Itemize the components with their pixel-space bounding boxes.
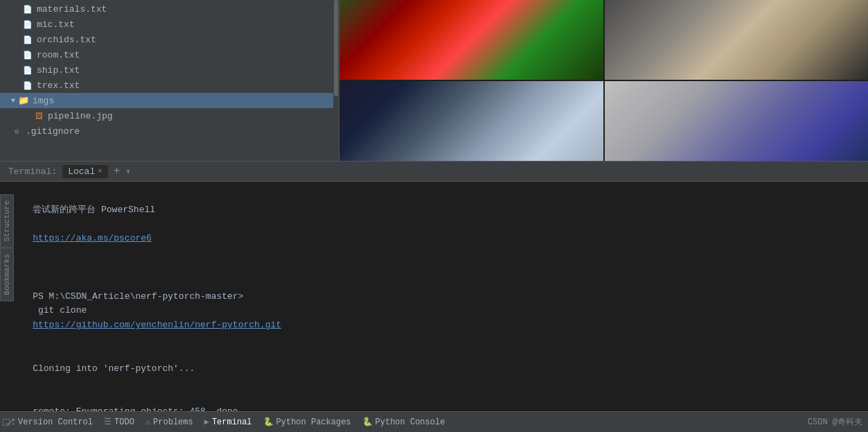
version-control-button[interactable]: ⎇ Version Control: [6, 417, 93, 427]
file-gitignore[interactable]: ⚙ .gitignore: [0, 123, 339, 139]
file-name: trex.txt: [37, 80, 80, 91]
image-flowers: [339, 0, 603, 80]
python-packages-label: Python Packages: [276, 417, 351, 427]
problems-icon: ⚠: [145, 417, 150, 427]
folder-icon: 📁: [18, 95, 29, 106]
bottom-left-icon[interactable]: □: [3, 417, 10, 429]
file-name: .gitignore: [26, 126, 80, 137]
branding-label: CSDN @奇科夫: [808, 416, 862, 428]
folder-imgs[interactable]: ▼ 📁 imgs: [0, 93, 339, 108]
new-terminal-button[interactable]: +: [114, 165, 121, 178]
file-name: orchids.txt: [37, 35, 96, 45]
file-name: mic.txt: [37, 19, 75, 30]
file-sidebar: 📄 materials.txt 📄 mic.txt 📄 orchids.txt …: [0, 0, 339, 161]
python-console-icon: 🐍: [362, 417, 373, 427]
todo-button[interactable]: ☰ TODO: [104, 417, 134, 427]
image-skeleton: [605, 0, 869, 80]
tab-close-button[interactable]: ×: [98, 167, 103, 175]
txt-icon: 📄: [22, 64, 33, 76]
problems-label: Problems: [153, 417, 193, 427]
file-ship[interactable]: 📄 ship.txt: [0, 62, 339, 78]
git-icon: ⚙: [11, 126, 22, 137]
folder-chevron: ▼: [11, 97, 15, 105]
file-name: room.txt: [37, 50, 80, 60]
image-grid: [339, 0, 868, 161]
folder-name: imgs: [33, 96, 54, 106]
python-packages-button[interactable]: 🐍 Python Packages: [263, 417, 351, 427]
file-mic[interactable]: 📄 mic.txt: [0, 17, 339, 32]
version-control-label: Version Control: [18, 417, 93, 427]
terminal-tab-local[interactable]: Local ×: [62, 165, 108, 178]
git-clone-line: PS M:\CSDN_Article\nerf-pytorch-master> …: [11, 275, 857, 347]
powershell-notice: 尝试新的跨平台 PowerShell https://aka.ms/pscore…: [11, 189, 857, 261]
file-name: pipeline.jpg: [48, 111, 113, 121]
clone-into-text: Cloning into 'nerf-pytorch'...: [33, 363, 195, 374]
sidebar-scrollbar[interactable]: [333, 0, 339, 161]
bookmarks-tab[interactable]: Bookmarks: [0, 248, 14, 301]
python-console-button[interactable]: 🐍 Python Console: [362, 417, 445, 427]
terminal-dropdown-button[interactable]: ▾: [125, 166, 130, 177]
python-console-label: Python Console: [375, 417, 445, 427]
txt-icon: 📄: [22, 3, 33, 15]
git-link[interactable]: https://github.com/yenchenlin/nerf-pytor…: [33, 320, 281, 330]
file-orchids[interactable]: 📄 orchids.txt: [0, 32, 339, 47]
bottom-toolbar: ⎇ Version Control ☰ TODO ⚠ Problems ▶ Te…: [0, 411, 868, 432]
terminal-label: Terminal:: [8, 166, 57, 177]
enum-text: remote: Enumerating objects: 458, done.: [33, 406, 243, 411]
todo-icon: ☰: [104, 417, 112, 427]
problems-button[interactable]: ⚠ Problems: [145, 417, 193, 427]
terminal-bar: Terminal: Local × + ▾: [0, 161, 868, 182]
file-name: ship.txt: [37, 65, 80, 76]
side-tabs: Structure Bookmarks: [0, 194, 14, 302]
terminal-icon: ▶: [204, 417, 209, 427]
file-trex[interactable]: 📄 trex.txt: [0, 78, 339, 93]
txt-icon: 📄: [22, 80, 33, 91]
todo-label: TODO: [114, 417, 134, 427]
jpg-icon: 🖼: [33, 110, 44, 121]
image-interior: [339, 81, 603, 161]
prompt-1: PS M:\CSDN_Article\nerf-pytorch-master>: [33, 291, 243, 302]
txt-icon: 📄: [22, 49, 33, 60]
terminal-content[interactable]: 尝试新的跨平台 PowerShell https://aka.ms/pscore…: [0, 182, 868, 411]
file-pipeline[interactable]: 🖼 pipeline.jpg: [0, 108, 339, 123]
git-cmd: git clone: [33, 305, 92, 316]
enum-objects-line: remote: Enumerating objects: 458, done.: [11, 390, 857, 411]
clone-into-line: Cloning into 'nerf-pytorch'...: [11, 347, 857, 390]
terminal-button[interactable]: ▶ Terminal: [204, 417, 252, 427]
blank-line-1: [11, 261, 857, 275]
python-pkg-icon: 🐍: [263, 417, 274, 427]
txt-icon: 📄: [22, 34, 33, 45]
terminal-label-btn: Terminal: [212, 417, 252, 427]
image-blue: [605, 81, 869, 161]
file-materials[interactable]: 📄 materials.txt: [0, 1, 339, 17]
top-area: 📄 materials.txt 📄 mic.txt 📄 orchids.txt …: [0, 0, 868, 161]
scrollbar-thumb: [334, 0, 338, 96]
structure-tab[interactable]: Structure: [0, 194, 14, 248]
txt-icon: 📄: [22, 19, 33, 30]
powershell-link[interactable]: https://aka.ms/pscore6: [33, 233, 152, 243]
file-room[interactable]: 📄 room.txt: [0, 47, 339, 62]
file-name: materials.txt: [37, 4, 107, 15]
tab-local-label: Local: [68, 166, 95, 177]
powershell-text: 尝试新的跨平台 PowerShell: [33, 205, 155, 215]
